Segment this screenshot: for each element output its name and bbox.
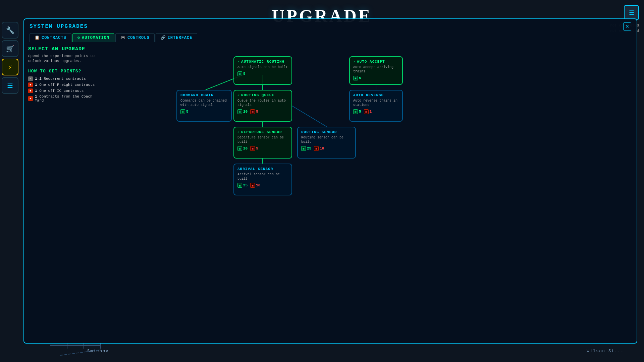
points-item-ic: ■ 1 One-off IC contracts (28, 88, 99, 93)
departure-cost-green: ▣ 20 (237, 146, 248, 151)
auto-reverse-cost-green: ▣ 5 (353, 109, 361, 114)
automation-tab-icon: ⚙ (77, 35, 80, 40)
cost-icon-green-7: ▣ (301, 146, 306, 151)
node-automatic-routing[interactable]: ✓ Automatic Routing Auto signals can be … (233, 56, 292, 85)
departure-cost-red: ▣ 5 (250, 146, 258, 151)
points-title: How to get points? (28, 69, 99, 74)
cost-icon-red-4: ▣ (250, 109, 255, 114)
interface-tab-icon: 🔗 (161, 35, 166, 40)
interface-tab-label: INTERFACE (168, 36, 193, 40)
node-routing-queue[interactable]: ✓ Routing Queue Queue the routes in auto… (233, 90, 292, 122)
tabs-container: 📋 CONTRACTS ⚙ AUTOMATION 🎮 CONTROLS 🔗 IN… (24, 31, 637, 42)
check-icon-auto-routing: ✓ (237, 60, 240, 64)
contracts-tab-label: CONTRACTS (42, 36, 66, 40)
routing-sensor-cost-red: ▣ 10 (314, 146, 324, 151)
cost-icon-red-7: ▣ (314, 146, 319, 151)
recurrent-icon: ≡ (28, 76, 33, 81)
routing-queue-cost-green: ▣ 20 (237, 109, 248, 114)
connector-lines (103, 46, 633, 332)
routing-sensor-cost: ▣ 25 ▣ 10 (301, 146, 352, 151)
node-departure-sensor[interactable]: ✓ Departure Sensor Departure sensor can … (233, 127, 292, 159)
recurrent-text: 1-2 Recurrent contracts (35, 77, 86, 81)
routing-queue-cost-red: ▣ 5 (250, 109, 258, 114)
auto-accept-cost: ▣ 5 (353, 76, 399, 80)
cart-icon: 🛒 (6, 45, 14, 53)
select-upgrade-desc: Spend the experience points to unlock va… (28, 54, 99, 64)
command-chain-cost-green: ▣ 5 (180, 109, 189, 114)
freight-icon: ■ (28, 82, 33, 87)
cost-icon-green-3: ▣ (180, 109, 185, 114)
auto-reverse-cost: ▣ 5 ▣ 1 (353, 109, 399, 114)
cost-icon-green-5: ▣ (353, 109, 358, 114)
list-icon-button[interactable]: ☰ (624, 5, 639, 20)
panel-header: System Upgrades × (24, 19, 637, 31)
freight-text: 1 One-off Freight contracts (35, 83, 95, 87)
check-icon-routing-queue: ✓ (237, 93, 240, 97)
check-icon-auto-accept: ✓ (353, 60, 356, 64)
sidebar-btn-cart[interactable]: 🛒 (2, 40, 18, 57)
cost-icon-green-8: ▣ (237, 183, 242, 188)
arrival-sensor-title: Arrival Sensor (237, 167, 288, 171)
tab-contracts[interactable]: 📋 CONTRACTS (30, 33, 71, 42)
ic-text: 1 One-off IC contracts (35, 89, 84, 93)
panel-title: System Upgrades (30, 23, 88, 29)
wrench-icon: 🔧 (6, 26, 14, 35)
controls-tab-icon: 🎮 (120, 35, 126, 40)
arrival-sensor-cost-green: ▣ 25 (237, 183, 248, 188)
node-routing-sensor[interactable]: Routing Sensor Routing sensor can be bui… (297, 127, 356, 159)
command-chain-desc: Commands can be chained with auto-signal (180, 99, 228, 107)
departure-sensor-desc: Departure sensor can be built (237, 135, 288, 144)
node-auto-reverse[interactable]: Auto Reverse Auto reverse trains in stat… (349, 90, 403, 122)
command-chain-cost: ▣ 5 (180, 109, 228, 114)
routing-sensor-title: Routing Sensor (301, 130, 352, 134)
station-label-2: Wilson St... (587, 349, 624, 354)
upgrade-tree: ✓ Automatic Routing Auto signals can be … (103, 46, 633, 332)
sidebar-btn-upgrade[interactable]: ⚡ (2, 59, 18, 75)
points-item-freight: ■ 1 One-off Freight contracts (28, 82, 99, 87)
node-arrival-sensor[interactable]: Arrival Sensor Arrival sensor can be bui… (233, 164, 292, 195)
tab-automation[interactable]: ⚙ AUTOMATION (72, 33, 114, 42)
upgrade-icon: ⚡ (8, 63, 12, 71)
select-upgrade-title: Select an Upgrade (28, 46, 99, 52)
tab-interface[interactable]: 🔗 INTERFACE (156, 33, 198, 42)
routing-sensor-cost-green: ▣ 25 (301, 146, 311, 151)
upgrade-panel: System Upgrades × 📋 CONTRACTS ⚙ AUTOMATI… (23, 18, 637, 344)
ic-icon: ■ (28, 88, 33, 93)
points-item-recurrent: ≡ 1-2 Recurrent contracts (28, 76, 99, 81)
cost-icon-green-6: ▣ (237, 146, 242, 151)
points-list: ≡ 1-2 Recurrent contracts ■ 1 One-off Fr… (28, 76, 99, 103)
node-auto-accept[interactable]: ✓ Auto Accept Auto accept arriving train… (349, 56, 403, 85)
command-chain-title: Command Chain (180, 93, 228, 97)
auto-accept-title: ✓ Auto Accept (353, 60, 399, 64)
close-button[interactable]: × (623, 22, 631, 31)
automatic-routing-desc: Auto signals can be built (237, 65, 288, 69)
cost-icon-green-4: ▣ (237, 109, 242, 114)
info-panel: Select an Upgrade Spend the experience p… (28, 46, 99, 332)
automatic-routing-cost: ▣ 5 (237, 71, 288, 76)
node-command-chain[interactable]: Command Chain Commands can be chained wi… (176, 90, 232, 122)
automation-tab-label: AUTOMATION (82, 36, 109, 40)
routing-queue-cost: ▣ 20 ▣ 5 (237, 109, 288, 114)
cost-icon-red-5: ▣ (364, 109, 369, 114)
routing-sensor-desc: Routing sensor can be built (301, 135, 352, 144)
tab-controls[interactable]: 🎮 CONTROLS (115, 33, 155, 42)
list-icon: ☰ (629, 9, 634, 16)
sidebar-btn-list[interactable]: ☰ (2, 77, 18, 94)
controls-tab-label: CONTROLS (127, 36, 150, 40)
check-icon-departure: ✓ (237, 130, 240, 134)
cost-icon-green-2: ▣ (353, 76, 358, 80)
auto-reverse-cost-red: ▣ 1 (364, 109, 372, 114)
coachyard-icon: ■ (28, 96, 33, 101)
svg-line-16 (292, 106, 327, 127)
sidebar: 🔧 🛒 ⚡ ☰ (0, 20, 22, 96)
departure-sensor-title: ✓ Departure Sensor (237, 130, 288, 134)
menu-icon: ☰ (7, 81, 13, 90)
sidebar-btn-wrench[interactable]: 🔧 (2, 22, 18, 39)
auto-reverse-title: Auto Reverse (353, 93, 399, 97)
cost-icon-green-1: ▣ (237, 71, 242, 76)
routing-queue-title: ✓ Routing Queue (237, 93, 288, 97)
auto-accept-cost-green: ▣ 5 (353, 76, 361, 80)
station-label-1: Smíchov (87, 349, 109, 354)
cost-icon-red-6: ▣ (250, 146, 255, 151)
routing-queue-desc: Queue the routes in auto signals (237, 99, 288, 107)
